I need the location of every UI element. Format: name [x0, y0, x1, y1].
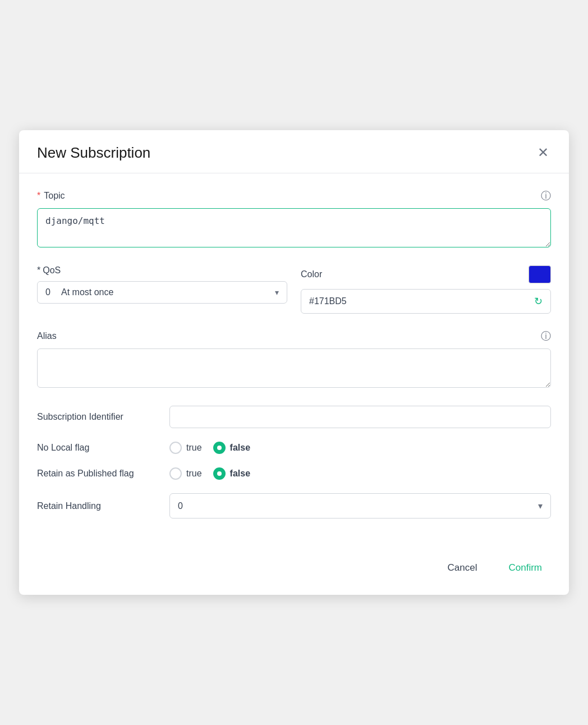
retain-published-false-label: false: [230, 469, 250, 479]
color-col: Color #171BD5 ↻: [301, 265, 551, 314]
alias-section: Alias ⓘ: [37, 329, 551, 390]
dialog-body: * Topic ⓘ django/mqtt * QoS 0 At most on…: [19, 173, 569, 548]
new-subscription-dialog: New Subscription ✕ * Topic ⓘ django/mqtt…: [19, 130, 569, 595]
color-label: Color: [301, 269, 322, 279]
dialog-footer: Cancel Confirm: [19, 548, 569, 595]
topic-label: Topic: [44, 191, 65, 201]
subscription-id-row: Subscription Identifier: [37, 406, 551, 428]
confirm-button[interactable]: Confirm: [499, 557, 551, 579]
alias-label-row: Alias ⓘ: [37, 329, 551, 343]
retain-handling-val: 0: [178, 501, 538, 511]
alias-info-icon[interactable]: ⓘ: [541, 329, 551, 343]
alias-input[interactable]: [37, 348, 551, 388]
qos-select[interactable]: 0 At most once ▾: [37, 281, 287, 304]
qos-chevron-icon: ▾: [275, 288, 279, 297]
topic-input[interactable]: django/mqtt: [37, 208, 551, 247]
retain-published-true-option[interactable]: true: [169, 467, 202, 480]
retain-handling-select[interactable]: 0 ▾: [169, 493, 551, 518]
retain-published-flag-radio-group: true false: [169, 467, 250, 480]
retain-handling-label: Retain Handling: [37, 501, 160, 511]
no-local-true-option[interactable]: true: [169, 442, 202, 454]
retain-published-flag-label: Retain as Published flag: [37, 469, 160, 479]
qos-option-label: At most once: [61, 287, 270, 297]
retain-published-false-option[interactable]: false: [213, 467, 250, 480]
qos-label: * QoS: [37, 265, 61, 276]
retain-handling-value: 0 ▾: [169, 493, 551, 518]
retain-handling-row: Retain Handling 0 ▾: [37, 493, 551, 518]
no-local-true-label: true: [186, 443, 202, 453]
color-label-row: Color: [301, 265, 551, 283]
subscription-id-value: [169, 406, 551, 428]
no-local-flag-row: No Local flag true false: [37, 442, 551, 454]
color-swatch[interactable]: [529, 265, 551, 283]
qos-label-row: * QoS: [37, 265, 287, 276]
qos-color-section: * QoS 0 At most once ▾ Color #171BD5: [37, 265, 551, 314]
alias-label: Alias: [37, 331, 57, 341]
retain-published-flag-row: Retain as Published flag true false: [37, 467, 551, 480]
topic-section: * Topic ⓘ django/mqtt: [37, 189, 551, 250]
topic-label-row: * Topic ⓘ: [37, 189, 551, 203]
dialog-title: New Subscription: [37, 144, 150, 162]
no-local-false-label: false: [230, 443, 250, 453]
close-button[interactable]: ✕: [535, 144, 551, 162]
qos-required-marker: *: [37, 265, 40, 276]
cancel-button[interactable]: Cancel: [439, 557, 486, 579]
no-local-flag-label: No Local flag: [37, 443, 160, 453]
retain-published-true-radio[interactable]: [169, 467, 182, 480]
refresh-color-icon[interactable]: ↻: [534, 295, 543, 308]
no-local-false-option[interactable]: false: [213, 442, 250, 454]
subscription-id-label: Subscription Identifier: [37, 412, 160, 422]
topic-required-marker: *: [37, 191, 40, 201]
no-local-flag-radio-group: true false: [169, 442, 250, 454]
no-local-false-radio[interactable]: [213, 442, 226, 454]
subscription-id-input[interactable]: [169, 406, 551, 428]
retain-published-true-label: true: [186, 469, 202, 479]
dialog-header: New Subscription ✕: [19, 130, 569, 173]
qos-col: * QoS 0 At most once ▾: [37, 265, 287, 304]
color-input-box: #171BD5 ↻: [301, 289, 551, 314]
color-value: #171BD5: [309, 296, 534, 306]
no-local-true-radio[interactable]: [169, 442, 182, 454]
qos-value: 0: [45, 287, 57, 297]
retain-handling-chevron-icon: ▾: [538, 501, 543, 511]
topic-info-icon[interactable]: ⓘ: [541, 189, 551, 203]
retain-published-false-radio[interactable]: [213, 467, 226, 480]
